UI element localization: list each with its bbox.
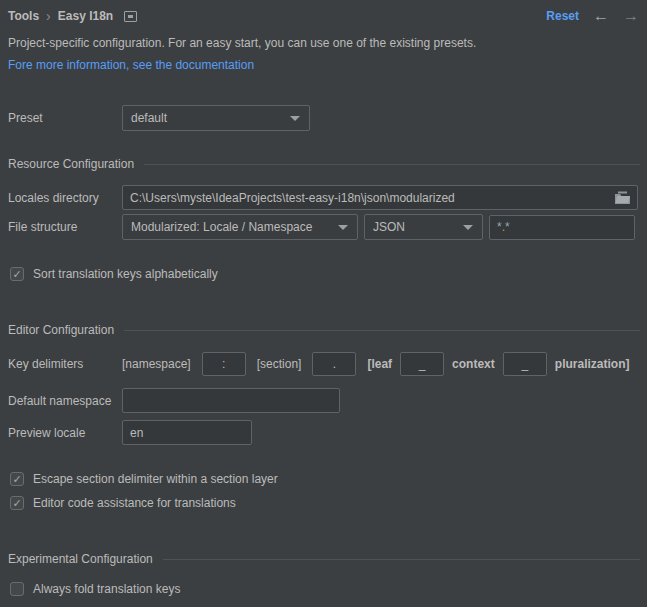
resource-section-title: Resource Configuration bbox=[8, 157, 134, 171]
file-pattern-input[interactable]: * . * bbox=[489, 215, 635, 240]
file-parser-select[interactable]: JSON bbox=[364, 214, 483, 240]
default-namespace-row: Default namespace bbox=[8, 388, 340, 413]
folder-icon[interactable] bbox=[614, 190, 632, 206]
breadcrumb: Tools › Easy I18n bbox=[8, 6, 137, 26]
settings-panel: Tools › Easy I18n Reset ← → Project-spec… bbox=[0, 0, 647, 607]
file-parser-selected-value: JSON bbox=[373, 220, 405, 234]
namespace-delimiter-value: : bbox=[222, 357, 225, 371]
file-structure-label: File structure bbox=[8, 220, 122, 234]
chevron-right-icon: › bbox=[46, 10, 51, 22]
namespace-delimiter-input[interactable]: : bbox=[202, 352, 246, 376]
code-assistance-checkbox-row[interactable]: ✓ Editor code assistance for translation… bbox=[10, 494, 236, 512]
section-delimiter-input[interactable]: . bbox=[312, 352, 356, 376]
file-pattern-value: * bbox=[505, 220, 510, 234]
editor-section-header: Editor Configuration bbox=[8, 322, 640, 338]
leaf-delimiter-value: _ bbox=[419, 357, 426, 371]
breadcrumb-easy-i18n: Easy I18n bbox=[58, 9, 113, 23]
file-structure-selected-value: Modularized: Locale / Namespace bbox=[131, 220, 312, 234]
experimental-section-header: Experimental Configuration bbox=[8, 551, 640, 567]
documentation-link[interactable]: Fore more information, see the documenta… bbox=[8, 58, 254, 72]
preset-select[interactable]: default bbox=[122, 105, 310, 131]
locales-directory-value: C:\Users\myste\IdeaProjects\test-easy-i1… bbox=[130, 191, 455, 205]
sort-keys-checkbox-row[interactable]: ✓ Sort translation keys alphabetically bbox=[10, 265, 218, 283]
locales-directory-label: Locales directory bbox=[8, 191, 122, 205]
preview-locale-label: Preview locale bbox=[8, 426, 122, 440]
default-namespace-input[interactable] bbox=[122, 388, 340, 413]
chevron-down-icon bbox=[338, 225, 348, 230]
locales-directory-row: Locales directory C:\Users\myste\IdeaPro… bbox=[8, 185, 638, 210]
escape-delimiter-checkbox-label: Escape section delimiter within a sectio… bbox=[33, 472, 278, 486]
leaf-delimiter-input[interactable]: _ bbox=[400, 352, 444, 376]
chevron-down-icon bbox=[463, 225, 473, 230]
key-delimiters-label: Key delimiters bbox=[8, 357, 122, 371]
locales-directory-input[interactable]: C:\Users\myste\IdeaProjects\test-easy-i1… bbox=[122, 185, 638, 210]
editor-section-title: Editor Configuration bbox=[8, 323, 114, 337]
preset-label: Preset bbox=[8, 111, 122, 125]
context-delimiter-label: context bbox=[452, 357, 495, 371]
key-delimiters-row: Key delimiters [namespace] : [section] .… bbox=[8, 352, 629, 376]
editor-preview-icon bbox=[124, 11, 137, 22]
checkbox-checked-icon[interactable]: ✓ bbox=[10, 496, 24, 510]
context-delimiter-input[interactable]: _ bbox=[503, 352, 547, 376]
preview-locale-input[interactable]: en bbox=[122, 420, 252, 445]
chevron-down-icon bbox=[290, 116, 300, 121]
divider bbox=[163, 559, 640, 560]
checkbox-checked-icon[interactable]: ✓ bbox=[10, 472, 24, 486]
section-delimiter-label: [section] bbox=[257, 357, 302, 371]
file-structure-select[interactable]: Modularized: Locale / Namespace bbox=[122, 214, 358, 240]
leaf-delimiter-label: [leaf bbox=[367, 357, 392, 371]
namespace-delimiter-label: [namespace] bbox=[122, 357, 191, 371]
escape-delimiter-checkbox-row[interactable]: ✓ Escape section delimiter within a sect… bbox=[10, 470, 278, 488]
reset-button[interactable]: Reset bbox=[546, 9, 579, 23]
sort-keys-checkbox-label: Sort translation keys alphabetically bbox=[33, 267, 218, 281]
fold-keys-checkbox-row[interactable]: Always fold translation keys bbox=[10, 580, 180, 598]
fold-keys-checkbox-label: Always fold translation keys bbox=[33, 582, 180, 596]
breadcrumb-tools[interactable]: Tools bbox=[8, 9, 39, 23]
experimental-section-title: Experimental Configuration bbox=[8, 552, 153, 566]
divider bbox=[124, 330, 640, 331]
preset-row: Preset default bbox=[8, 105, 310, 131]
divider bbox=[144, 164, 640, 165]
preview-locale-row: Preview locale en bbox=[8, 420, 252, 445]
pluralization-delimiter-label: pluralization] bbox=[555, 357, 630, 371]
back-arrow-icon[interactable]: ← bbox=[593, 8, 609, 24]
section-delimiter-value: . bbox=[333, 357, 336, 371]
default-namespace-label: Default namespace bbox=[8, 394, 122, 408]
resource-section-header: Resource Configuration bbox=[8, 156, 640, 172]
preset-selected-value: default bbox=[131, 111, 167, 125]
forward-arrow-icon[interactable]: → bbox=[623, 8, 639, 24]
preview-locale-value: en bbox=[130, 426, 143, 440]
context-delimiter-value: _ bbox=[521, 357, 528, 371]
file-structure-row: File structure Modularized: Locale / Nam… bbox=[8, 214, 635, 240]
description-text: Project-specific configuration. For an e… bbox=[8, 36, 476, 50]
checkbox-checked-icon[interactable]: ✓ bbox=[10, 267, 24, 281]
checkbox-unchecked-icon[interactable] bbox=[10, 582, 24, 596]
code-assistance-checkbox-label: Editor code assistance for translations bbox=[33, 496, 236, 510]
